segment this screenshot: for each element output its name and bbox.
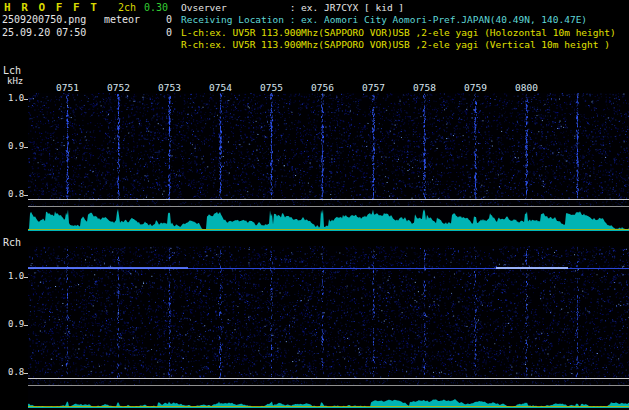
freq-label-0-8: 0.8 xyxy=(8,190,24,199)
app-version: 0.30 xyxy=(144,3,168,14)
freq-label-0-9: 0.9 xyxy=(8,320,24,329)
time-label: 0752 xyxy=(107,83,130,93)
time-label: 0800 xyxy=(515,83,538,93)
rch-config-line: R-ch:ex. UV5R 113.900Mhz(SAPPORO VOR)USB… xyxy=(181,40,610,50)
time-label: 0754 xyxy=(209,83,232,93)
freq-label-0-8: 0.8 xyxy=(8,368,24,377)
meteor-count-top: 0 xyxy=(166,15,172,26)
time-label: 0753 xyxy=(158,83,181,93)
freq-label-1-0: 1.0 xyxy=(8,94,24,103)
time-label: 0756 xyxy=(311,83,334,93)
meteor-count-bottom: 0 xyxy=(166,28,172,39)
time-label: 0751 xyxy=(56,83,79,93)
freq-label-0-9: 0.9 xyxy=(8,142,24,151)
time-label: 0759 xyxy=(464,83,487,93)
output-filename: 2509200750.png xyxy=(2,15,86,26)
location-line: Receiving Location : ex. Aomori City Aom… xyxy=(181,15,587,25)
channel-mode: 2ch xyxy=(118,3,136,14)
khz-unit-label: kHz xyxy=(7,77,23,86)
freq-label-1-0: 1.0 xyxy=(8,272,24,281)
lch-channel-label: Lch xyxy=(3,66,21,77)
lch-spectrogram-canvas xyxy=(28,93,629,232)
app-title: H R O F F T xyxy=(4,2,99,14)
time-label: 0757 xyxy=(362,83,385,93)
meteor-label: meteor xyxy=(104,15,140,26)
rch-channel-label: Rch xyxy=(3,238,21,249)
time-label: 0755 xyxy=(260,83,283,93)
datetime-stamp: 25.09.20 07:50 xyxy=(2,28,86,39)
lch-config-line: L-ch:ex. UV5R 113.900Mhz(SAPPORO VOR)USB… xyxy=(181,28,616,38)
observer-line: Ovserver : ex. JR7CYX [ kid ] xyxy=(181,3,404,13)
time-label: 0758 xyxy=(413,83,436,93)
hrofft-output: H R O F F T 2ch 0.30 2509200750.png mete… xyxy=(0,0,629,410)
rch-spectrogram-canvas xyxy=(28,246,629,410)
